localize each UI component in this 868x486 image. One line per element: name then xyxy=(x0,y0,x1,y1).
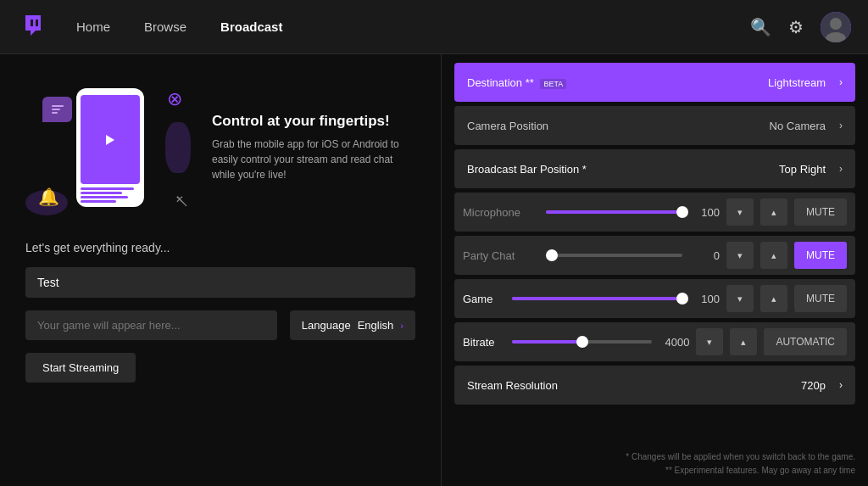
game-input[interactable] xyxy=(25,310,277,340)
chat-bubble-icon xyxy=(42,97,72,122)
broadcast-bar-label: Broadcast Bar Position * xyxy=(467,163,587,176)
microphone-up-button[interactable]: ▴ xyxy=(760,198,787,226)
bitrate-value: 4000 xyxy=(659,336,689,349)
bell-icon: 🔔 xyxy=(38,187,59,207)
beta-badge: BETA xyxy=(540,79,566,89)
bitrate-row: Bitrate 4000 ▾ ▴ AUTOMATIC xyxy=(454,322,855,361)
nav-browse[interactable]: Browse xyxy=(144,20,186,34)
phone-line xyxy=(81,187,134,190)
party-chat-slider[interactable] xyxy=(546,254,682,257)
party-chat-mute-button[interactable]: MUTE xyxy=(794,242,847,269)
party-chat-up-button[interactable]: ▴ xyxy=(760,242,787,269)
game-slider[interactable] xyxy=(512,297,682,300)
bottom-controls: Language English › xyxy=(25,310,415,340)
hero-area: ⊗ 🔔 † Control at your fingertips! Grab t… xyxy=(25,71,415,224)
microphone-down-button[interactable]: ▾ xyxy=(726,198,754,226)
party-chat-label: Party Chat xyxy=(463,249,539,262)
play-icon xyxy=(106,135,114,145)
party-chat-down-button[interactable]: ▾ xyxy=(726,242,754,269)
satellite-icon: ⊗ xyxy=(167,88,182,110)
language-button[interactable]: Language English › xyxy=(290,310,415,340)
hero-illustration: ⊗ 🔔 † xyxy=(25,71,195,224)
right-panel: Destination ** BETA Lightstream › Camera… xyxy=(442,54,868,486)
hero-text: Control at your fingertips! Grab the mob… xyxy=(212,113,415,182)
bitrate-down-button[interactable]: ▾ xyxy=(696,328,723,355)
footnote-1: * Changes will be applied when you switc… xyxy=(454,450,855,464)
microphone-value: 100 xyxy=(689,206,720,219)
blob-decoration-2 xyxy=(165,122,191,173)
section-label: Let's get everything ready... xyxy=(25,241,415,254)
game-down-button[interactable]: ▾ xyxy=(726,285,754,312)
chevron-right-icon: › xyxy=(839,379,843,391)
phone-lines xyxy=(81,187,140,203)
camera-value: No Camera xyxy=(770,120,826,132)
microphone-thumb[interactable] xyxy=(676,206,688,218)
microphone-fill xyxy=(546,210,682,214)
bitrate-thumb[interactable] xyxy=(576,336,588,348)
game-mute-button[interactable]: MUTE xyxy=(794,285,847,312)
nav-home[interactable]: Home xyxy=(76,20,110,34)
party-chat-row: Party Chat 0 ▾ ▴ MUTE xyxy=(454,236,855,275)
camera-position-row[interactable]: Camera Position No Camera › xyxy=(454,106,855,145)
footnotes: * Changes will be applied when you switc… xyxy=(454,450,855,478)
chevron-right-icon: › xyxy=(839,120,843,131)
hero-title: Control at your fingertips! xyxy=(212,113,415,130)
language-label: Language xyxy=(302,319,351,332)
game-up-button[interactable]: ▴ xyxy=(760,285,787,312)
broadcast-bar-value: Top Right xyxy=(779,163,826,176)
game-row: Game 100 ▾ ▴ MUTE xyxy=(454,279,855,318)
svg-rect-6 xyxy=(52,105,64,107)
search-icon[interactable]: 🔍 xyxy=(750,17,771,37)
destination-row[interactable]: Destination ** BETA Lightstream › xyxy=(454,63,855,102)
bitrate-up-button[interactable]: ▴ xyxy=(730,328,757,355)
destination-value: Lightstream xyxy=(768,76,826,89)
chevron-right-icon: › xyxy=(839,76,843,88)
chevron-right-icon: › xyxy=(400,321,403,331)
game-label: Game xyxy=(463,293,505,305)
phone-line xyxy=(81,196,128,198)
nav-links: Home Browse Broadcast xyxy=(76,20,750,34)
bitrate-label: Bitrate xyxy=(463,336,505,349)
stream-resolution-label: Stream Resolution xyxy=(467,379,560,392)
left-panel: ⊗ 🔔 † Control at your fingertips! Grab t… xyxy=(0,54,441,486)
bitrate-mode-button[interactable]: AUTOMATIC xyxy=(764,328,847,355)
language-value: English xyxy=(358,319,394,332)
microphone-row: Microphone 100 ▾ ▴ MUTE xyxy=(454,193,855,232)
phone-line xyxy=(81,192,122,194)
user-avatar[interactable] xyxy=(821,12,851,42)
footnote-2: ** Experimental features. May go away at… xyxy=(454,464,855,478)
chevron-right-icon: › xyxy=(839,163,843,175)
svg-point-4 xyxy=(830,18,842,30)
settings-icon[interactable]: ⚙ xyxy=(788,17,804,37)
broadcast-bar-row[interactable]: Broadcast Bar Position * Top Right › xyxy=(454,149,855,188)
party-chat-thumb[interactable] xyxy=(546,249,558,261)
microphone-slider[interactable] xyxy=(546,210,682,214)
hero-desc: Grab the mobile app for iOS or Android t… xyxy=(212,137,415,182)
svg-rect-1 xyxy=(31,20,33,26)
navbar: Home Browse Broadcast 🔍 ⚙ xyxy=(0,0,868,54)
party-chat-value: 0 xyxy=(689,249,720,262)
nav-broadcast[interactable]: Broadcast xyxy=(220,20,282,34)
game-fill xyxy=(512,297,682,300)
nav-right: 🔍 ⚙ xyxy=(750,12,851,42)
svg-rect-2 xyxy=(36,20,38,26)
bitrate-slider[interactable] xyxy=(512,340,652,344)
phone-illustration xyxy=(76,88,144,207)
svg-rect-7 xyxy=(52,109,60,110)
microphone-label: Microphone xyxy=(463,206,539,219)
svg-rect-8 xyxy=(52,112,58,114)
main-content: ⊗ 🔔 † Control at your fingertips! Grab t… xyxy=(0,54,868,486)
stream-resolution-value: 720p xyxy=(801,379,826,392)
stream-resolution-row[interactable]: Stream Resolution 720p › xyxy=(454,366,855,405)
sword-icon: † xyxy=(171,191,192,211)
channel-name-input[interactable] xyxy=(25,267,415,298)
game-thumb[interactable] xyxy=(676,293,688,304)
phone-screen xyxy=(81,95,140,184)
twitch-logo xyxy=(17,8,51,45)
microphone-mute-button[interactable]: MUTE xyxy=(794,198,847,226)
phone-line xyxy=(81,200,116,203)
destination-label: Destination ** BETA xyxy=(467,76,566,89)
bitrate-fill xyxy=(512,340,582,344)
game-input-wrap xyxy=(25,310,277,340)
start-streaming-button[interactable]: Start Streaming xyxy=(25,353,136,383)
